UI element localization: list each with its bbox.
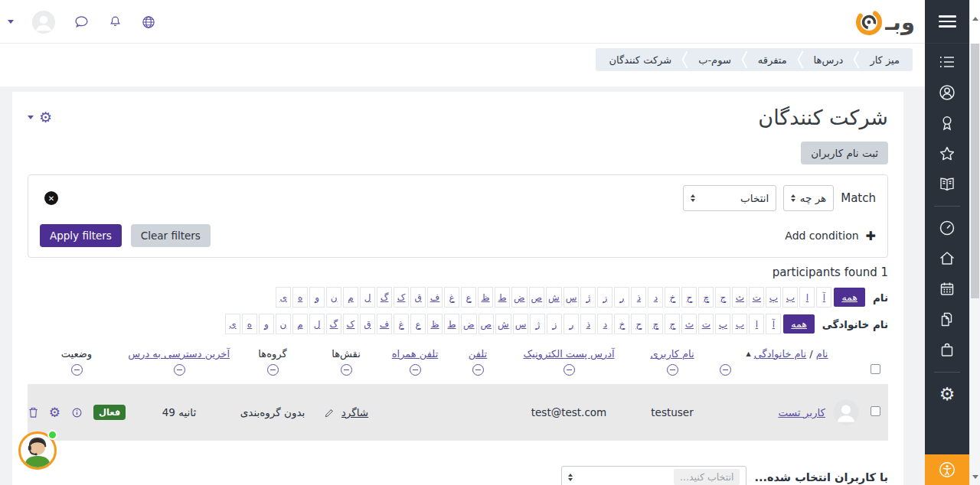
lastname-all-button[interactable]: همه (783, 314, 815, 334)
scrollbar-thumb[interactable] (971, 44, 979, 298)
apply-filters-button[interactable]: Apply filters (40, 224, 122, 247)
initial-letter[interactable]: ع (461, 287, 476, 308)
collapse-phone-column-icon[interactable] (472, 364, 484, 376)
collapse-groups-column-icon[interactable] (267, 364, 279, 376)
initial-letter[interactable]: پ (715, 314, 730, 334)
initial-letter[interactable]: ظ (427, 314, 443, 334)
sidebar-star-icon[interactable] (938, 145, 956, 163)
initial-letter[interactable]: و (259, 314, 274, 334)
sidebar-courses-book-icon[interactable] (938, 175, 956, 194)
row-checkbox[interactable] (871, 406, 880, 416)
initial-letter[interactable]: چ (698, 287, 714, 308)
initial-letter[interactable]: ف (427, 287, 443, 308)
sidebar-briefcase-icon[interactable] (938, 341, 956, 360)
initial-letter[interactable]: ر (614, 287, 629, 308)
collapse-lastaccess-column-icon[interactable] (174, 364, 185, 376)
enrol-users-button[interactable]: ثبت نام کاربران (801, 142, 888, 164)
initial-letter[interactable]: پ (766, 287, 781, 308)
collapse-roles-column-icon[interactable] (341, 364, 352, 376)
language-globe-icon[interactable] (141, 15, 156, 30)
sidebar-list-icon[interactable] (938, 53, 956, 71)
sort-firstname-link[interactable]: نام (816, 348, 828, 360)
initial-letter[interactable]: م (343, 287, 358, 308)
initial-letter[interactable]: س (564, 287, 580, 308)
initial-letter[interactable]: آ (816, 287, 831, 308)
initial-letter[interactable]: ف (377, 314, 392, 334)
initial-letter[interactable]: ل (309, 314, 325, 334)
sidebar-badge-icon[interactable] (938, 114, 956, 132)
initial-letter[interactable]: و (309, 287, 325, 308)
sidebar-home-icon[interactable] (938, 249, 956, 268)
initial-letter[interactable]: ک (394, 287, 409, 308)
breadcrumb-item-participants[interactable]: شرکت کنندگان (599, 54, 681, 66)
site-logo[interactable]: وبـ (854, 7, 915, 37)
initial-letter[interactable]: آ (766, 314, 781, 334)
initial-letter[interactable]: خ (665, 287, 680, 308)
breadcrumb-item-courses[interactable]: درس‌ها (804, 54, 854, 66)
initial-letter[interactable]: ژ (530, 314, 545, 334)
initial-letter[interactable]: ص (479, 314, 495, 334)
sort-lastaccess-link[interactable]: آخرین دسترسی به درس (128, 348, 230, 360)
initial-letter[interactable]: ق (360, 314, 375, 334)
user-avatar[interactable] (32, 11, 55, 34)
initial-letter[interactable]: ن (276, 314, 291, 334)
sort-lastname-link[interactable]: نام خانوادگی (754, 348, 807, 360)
initial-letter[interactable]: ر (564, 314, 579, 334)
sort-mobile-link[interactable]: تلفن همراه (392, 348, 439, 360)
bulk-actions-select[interactable]: انتخاب کنید... (561, 466, 746, 485)
initial-letter[interactable]: ت (698, 314, 714, 334)
sidebar-settings-gear-icon[interactable]: ⚙ (938, 385, 956, 403)
initial-letter[interactable]: ض (511, 287, 528, 308)
sidebar-menu-icon[interactable] (925, 0, 969, 44)
add-condition-link[interactable]: ✚ Add condition (785, 229, 876, 243)
breadcrumb-item-category[interactable]: متفرقه (748, 54, 797, 66)
scroll-up-arrow-icon[interactable] (972, 17, 978, 21)
enrolment-info-icon[interactable] (70, 406, 83, 419)
initial-letter[interactable]: ش (546, 287, 562, 308)
initial-letter[interactable]: ح (631, 314, 646, 334)
initial-letter[interactable]: ز (547, 314, 562, 334)
initial-letter[interactable]: ژ (580, 287, 596, 308)
participant-avatar[interactable] (833, 399, 859, 425)
match-type-select[interactable]: هر چه (783, 185, 834, 211)
initial-letter[interactable]: ز (597, 287, 612, 308)
sidebar-participants-icon[interactable] (938, 83, 956, 102)
initial-letter[interactable]: ط (444, 314, 459, 334)
clear-filters-button[interactable]: Clear filters (131, 224, 211, 247)
initial-letter[interactable]: ا (799, 287, 815, 308)
initial-letter[interactable]: ی (225, 314, 240, 334)
initial-letter[interactable]: ی (276, 287, 291, 308)
breadcrumb-item-course[interactable]: سوم-ب (688, 54, 741, 66)
edit-roles-pencil-icon[interactable] (324, 407, 335, 418)
initial-letter[interactable]: ل (360, 287, 375, 308)
initial-letter[interactable]: ب (782, 287, 798, 308)
initial-letter[interactable]: ث (732, 287, 747, 308)
initial-letter[interactable]: س (513, 314, 529, 334)
initial-letter[interactable]: ه (292, 287, 308, 308)
initial-letter[interactable]: ط (495, 287, 510, 308)
initial-letter[interactable]: ش (495, 314, 511, 334)
sidebar-dashboard-gauge-icon[interactable] (938, 219, 956, 237)
collapse-username-column-icon[interactable] (667, 364, 678, 376)
initial-letter[interactable]: غ (394, 314, 409, 334)
initial-letter[interactable]: ج (665, 314, 680, 334)
notifications-bell-icon[interactable] (108, 14, 122, 30)
initial-letter[interactable]: ذ (580, 314, 596, 334)
user-menu-caret-icon[interactable] (8, 20, 14, 24)
initial-letter[interactable]: د (648, 287, 663, 308)
sidebar-files-icon[interactable] (938, 311, 956, 329)
filter-condition-select[interactable]: انتخاب (683, 185, 776, 211)
sort-phone-link[interactable]: تلفن (469, 348, 487, 360)
initial-letter[interactable]: ت (749, 287, 764, 308)
initial-letter[interactable]: م (292, 314, 308, 334)
edit-enrolment-gear-icon[interactable]: ⚙ (49, 406, 60, 419)
page-scrollbar[interactable] (969, 0, 980, 485)
collapse-name-column-icon[interactable] (720, 364, 731, 376)
initial-letter[interactable]: گ (377, 287, 392, 308)
initial-letter[interactable]: ب (732, 314, 747, 334)
initial-letter[interactable]: ن (326, 287, 341, 308)
sort-username-link[interactable]: نام کاربری (650, 348, 694, 360)
delete-enrolment-trash-icon[interactable] (28, 406, 39, 419)
collapse-status-column-icon[interactable] (71, 364, 83, 376)
accessibility-button[interactable] (925, 454, 969, 485)
